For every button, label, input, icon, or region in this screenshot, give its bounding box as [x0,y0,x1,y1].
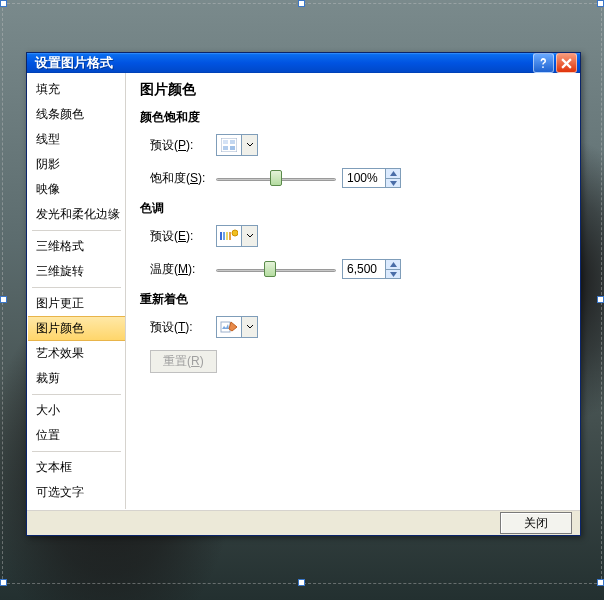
recolor-preset-dropdown[interactable] [216,316,258,338]
resize-handle[interactable] [0,0,7,7]
sidebar-separator [32,394,121,395]
svg-rect-10 [221,322,230,332]
spin-down-icon[interactable] [385,269,400,278]
saturation-preset-icon [217,138,241,152]
help-button[interactable] [533,53,554,73]
sidebar-item-7[interactable]: 三维旋转 [28,259,125,284]
svg-rect-2 [230,140,235,144]
tone-preset-icon [217,229,241,243]
sidebar-separator [32,287,121,288]
saturation-slider[interactable] [216,168,336,188]
temperature-value-input[interactable] [342,259,401,279]
sidebar-item-6[interactable]: 三维格式 [28,234,125,259]
svg-rect-3 [223,146,228,150]
sidebar-item-3[interactable]: 阴影 [28,152,125,177]
temperature-slider[interactable] [216,259,336,279]
spin-down-icon[interactable] [385,178,400,187]
sidebar-item-9[interactable]: 图片颜色 [28,316,125,341]
sidebar-separator [32,230,121,231]
content-panel: 图片颜色 颜色饱和度 预设(P): 饱和度(S): [126,73,579,509]
dialog-footer: 关闭 [27,510,580,535]
category-sidebar: 填充线条颜色线型阴影映像发光和柔化边缘三维格式三维旋转图片更正图片颜色艺术效果裁… [28,73,126,509]
resize-handle[interactable] [597,579,604,586]
resize-handle[interactable] [0,579,7,586]
svg-point-9 [232,230,238,236]
sidebar-separator [32,451,121,452]
sidebar-item-10[interactable]: 艺术效果 [28,341,125,366]
svg-rect-8 [229,232,231,240]
svg-rect-7 [226,232,228,240]
label-recolor-preset: 预设(T): [150,319,210,336]
resize-handle[interactable] [298,0,305,7]
recolor-preset-icon [217,320,241,334]
section-tone: 色调 [140,200,565,217]
label-sat-value: 饱和度(S): [150,170,210,187]
title-bar[interactable]: 设置图片格式 [27,53,580,73]
slider-thumb[interactable] [270,170,282,186]
sidebar-item-12[interactable]: 大小 [28,398,125,423]
saturation-value-input[interactable] [342,168,401,188]
sidebar-item-11[interactable]: 裁剪 [28,366,125,391]
label-tone-preset: 预设(E): [150,228,210,245]
svg-rect-5 [220,232,222,240]
svg-rect-6 [223,232,225,240]
chevron-down-icon [241,135,257,155]
saturation-preset-dropdown[interactable] [216,134,258,156]
spin-up-icon[interactable] [385,260,400,269]
resize-handle[interactable] [597,0,604,7]
sidebar-item-1[interactable]: 线条颜色 [28,102,125,127]
help-icon [538,57,550,69]
label-tone-value: 温度(M): [150,261,210,278]
saturation-value-field[interactable] [343,169,385,187]
close-x-button[interactable] [556,53,577,73]
sidebar-item-15[interactable]: 可选文字 [28,480,125,505]
chevron-down-icon [241,226,257,246]
sidebar-item-0[interactable]: 填充 [28,77,125,102]
close-button[interactable]: 关闭 [500,512,572,534]
reset-button: 重置(R) [150,350,217,373]
slider-thumb[interactable] [264,261,276,277]
panel-heading: 图片颜色 [140,81,565,99]
close-icon [561,58,572,69]
resize-handle[interactable] [298,579,305,586]
svg-rect-1 [223,140,228,144]
dialog-title: 设置图片格式 [35,54,531,72]
tone-preset-dropdown[interactable] [216,225,258,247]
svg-rect-4 [230,146,235,150]
sidebar-item-8[interactable]: 图片更正 [28,291,125,316]
sidebar-item-2[interactable]: 线型 [28,127,125,152]
chevron-down-icon [241,317,257,337]
format-picture-dialog: 设置图片格式 填充线条颜色线型阴影映像发光和柔化边缘三维格式三维旋转图片更正图片… [26,52,581,536]
resize-handle[interactable] [597,296,604,303]
label-sat-preset: 预设(P): [150,137,210,154]
sidebar-item-5[interactable]: 发光和柔化边缘 [28,202,125,227]
sidebar-item-4[interactable]: 映像 [28,177,125,202]
resize-handle[interactable] [0,296,7,303]
sidebar-item-14[interactable]: 文本框 [28,455,125,480]
sidebar-item-13[interactable]: 位置 [28,423,125,448]
section-recolor: 重新着色 [140,291,565,308]
section-saturation: 颜色饱和度 [140,109,565,126]
temperature-value-field[interactable] [343,260,385,278]
spin-up-icon[interactable] [385,169,400,178]
